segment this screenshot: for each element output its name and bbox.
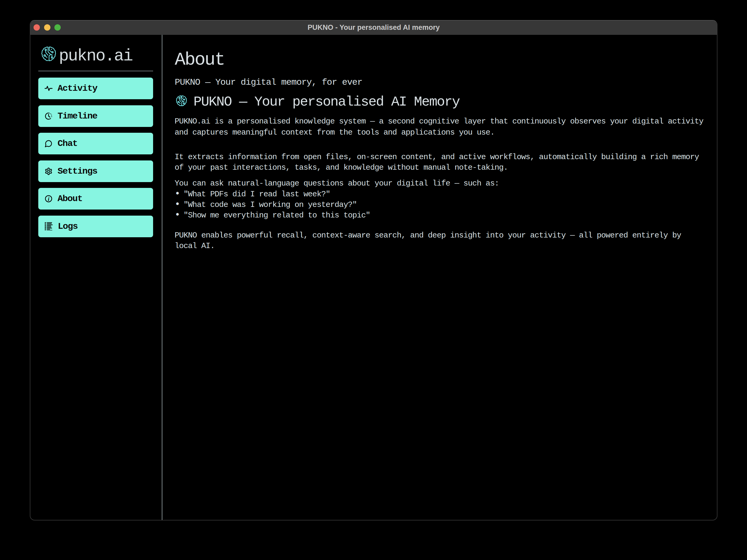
svg-text:i: i [48, 196, 49, 202]
